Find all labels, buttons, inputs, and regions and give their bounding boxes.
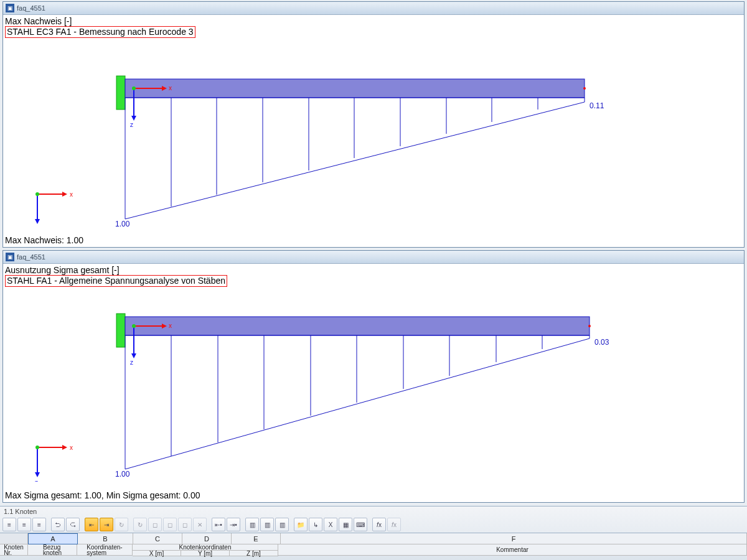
- origin-dot: [132, 324, 136, 328]
- toolbar-btn-8[interactable]: ↻: [133, 518, 147, 531]
- toolbar-btn-0[interactable]: ≡: [2, 518, 16, 531]
- header-B[interactable]: Koordinaten- system: [77, 544, 133, 556]
- panel-title-text: faq_4551: [17, 251, 45, 263]
- fixed-support: [116, 76, 125, 110]
- beam-member: [125, 79, 585, 98]
- toolbar-btn-3[interactable]: ⮌: [51, 518, 65, 531]
- col-letter-C[interactable]: C: [133, 533, 182, 544]
- toolbar-btn-11[interactable]: ◻: [178, 518, 192, 531]
- toolbar-btn-12[interactable]: ✕: [193, 518, 207, 531]
- header-A[interactable]: Bezug knoten: [28, 544, 77, 556]
- diagram-canvas[interactable]: x z: [3, 15, 738, 226]
- header-D[interactable]: Y [m]: [181, 551, 230, 556]
- header-C[interactable]: X [m]: [133, 551, 181, 556]
- svg-marker-14: [62, 192, 67, 197]
- grid-caption: 1.1 Knoten: [0, 506, 747, 516]
- toolbar-btn-6[interactable]: ⇥: [100, 518, 113, 531]
- header-F[interactable]: Kommentar: [278, 544, 747, 556]
- local-x-label: x: [169, 85, 172, 91]
- toolbar-btn-13[interactable]: ⇤•: [212, 518, 225, 531]
- beam-member: [125, 317, 590, 335]
- local-z-label: z: [130, 121, 133, 128]
- grid-toolbar: ≡ ≡ ≡ ⮌ ⮎ ⇤ ⇥ ↻ ↻ ◻ ◻ ◻ ✕ ⇤• ⇥• ▥ ▥ ▥ 📁 …: [0, 516, 747, 533]
- origin-dot: [132, 86, 136, 90]
- toolbar-btn-7[interactable]: ↻: [115, 518, 128, 531]
- corner-cell[interactable]: [0, 533, 28, 544]
- result-value-right: 0.03: [594, 338, 609, 347]
- result-diagram: [125, 335, 590, 469]
- fixed-support: [116, 314, 125, 347]
- panel-title-text: faq_4551: [17, 2, 45, 14]
- local-x-label: x: [169, 322, 172, 329]
- toolbar-btn-1[interactable]: ≡: [17, 518, 31, 531]
- toolbar-btn-10[interactable]: ◻: [163, 518, 177, 531]
- panel-body[interactable]: Ausnutzung Sigma gesamt [-] STAHL FA1 - …: [3, 264, 744, 502]
- svg-marker-37: [35, 472, 40, 477]
- svg-text:z: z: [35, 479, 38, 482]
- toolbar-btn-16[interactable]: ▥: [260, 518, 274, 531]
- toolbar-btn-23[interactable]: fx: [372, 518, 386, 531]
- svg-text:x: x: [70, 191, 73, 198]
- header-E[interactable]: Z [m]: [230, 551, 278, 556]
- result-value-left: 1.00: [115, 470, 130, 478]
- end-node-dot: [583, 87, 586, 90]
- toolbar-btn-24[interactable]: fx: [387, 518, 401, 531]
- result-value-right: 0.11: [590, 101, 604, 110]
- svg-line-11: [125, 102, 585, 219]
- view-panel-1: ▣ faq_4551 Max Nachweis [-] STAHL EC3 FA…: [2, 1, 745, 248]
- result-summary: Max Nachweis: 1.00: [5, 235, 83, 245]
- toolbar-btn-20[interactable]: X: [324, 518, 337, 531]
- svg-text:z: z: [35, 226, 38, 226]
- svg-marker-17: [35, 219, 40, 224]
- panel-body[interactable]: Max Nachweis [-] STAHL EC3 FA1 - Bemessu…: [3, 15, 744, 247]
- global-axes: x z: [35, 444, 73, 482]
- toolbar-btn-17[interactable]: ▥: [275, 518, 289, 531]
- panel-titlebar[interactable]: ▣ faq_4551: [3, 2, 744, 15]
- app-icon: ▣: [6, 253, 14, 261]
- toolbar-btn-2[interactable]: ≡: [32, 518, 46, 531]
- local-z-label: z: [130, 359, 133, 366]
- col-letter-F[interactable]: F: [281, 533, 747, 544]
- arrowhead-icon: [131, 353, 136, 358]
- panel-titlebar[interactable]: ▣ faq_4551: [3, 251, 744, 264]
- col-letter-B[interactable]: B: [78, 533, 133, 544]
- svg-point-39: [35, 446, 39, 449]
- toolbar-btn-4[interactable]: ⮎: [66, 518, 80, 531]
- result-value-left: 1.00: [115, 220, 130, 226]
- toolbar-btn-18[interactable]: 📁: [294, 518, 308, 531]
- view-panel-2: ▣ faq_4551 Ausnutzung Sigma gesamt [-] S…: [2, 250, 745, 503]
- toolbar-btn-14[interactable]: ⇥•: [227, 518, 240, 531]
- end-node-dot: [588, 325, 591, 327]
- app-icon: ▣: [6, 4, 14, 12]
- header-rownum[interactable]: Knoten Nr.: [0, 544, 28, 556]
- spreadsheet-header: A B C D E F Knoten Nr. Bezug knoten Koor…: [0, 533, 747, 556]
- toolbar-btn-15[interactable]: ▥: [245, 518, 259, 531]
- svg-line-31: [125, 338, 590, 469]
- data-grid-area: 1.1 Knoten ≡ ≡ ≡ ⮌ ⮎ ⇤ ⇥ ↻ ↻ ◻ ◻ ◻ ✕ ⇤• …: [0, 506, 747, 560]
- col-letter-A[interactable]: A: [28, 533, 78, 544]
- col-letter-E[interactable]: E: [232, 533, 281, 544]
- svg-point-19: [35, 192, 39, 196]
- global-axes: x z: [35, 191, 73, 226]
- toolbar-btn-22[interactable]: ⌨: [354, 518, 367, 531]
- result-summary: Max Sigma gesamt: 1.00, Min Sigma gesamt…: [5, 490, 200, 500]
- toolbar-btn-9[interactable]: ◻: [148, 518, 162, 531]
- toolbar-btn-21[interactable]: ▦: [339, 518, 352, 531]
- result-diagram: [125, 98, 585, 219]
- col-letter-D[interactable]: D: [182, 533, 232, 544]
- toolbar-btn-5[interactable]: ⇤: [85, 518, 98, 531]
- diagram-canvas[interactable]: x z 0.03 1.00: [3, 264, 738, 482]
- svg-text:x: x: [70, 444, 73, 451]
- svg-marker-34: [62, 445, 67, 450]
- arrowhead-icon: [131, 116, 136, 121]
- toolbar-btn-19[interactable]: ↳: [309, 518, 322, 531]
